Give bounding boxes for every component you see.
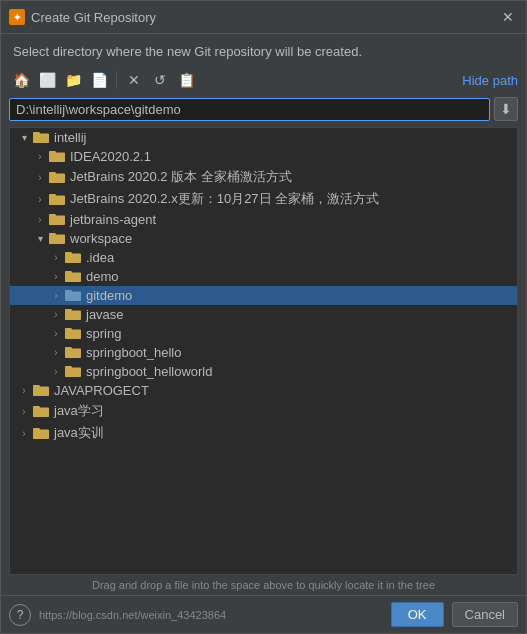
tree-item-label: spring [86,326,121,341]
folder-icon [65,308,81,321]
tree-item-label: javase [86,307,124,322]
folder-icon [65,289,81,302]
tree-item[interactable]: › java学习 [10,400,517,422]
expand-arrow[interactable]: › [50,252,62,263]
folder-icon [65,251,81,264]
new-folder-button[interactable]: 📁 [61,69,85,91]
file-button[interactable]: 📄 [87,69,111,91]
tree-item[interactable]: › IDEA2020.2.1 [10,147,517,166]
folder-icon [49,213,65,226]
folder-icon [65,327,81,340]
tree-item-label: demo [86,269,119,284]
expand-arrow[interactable]: › [34,194,46,205]
separator-1 [116,71,117,89]
folder-icon [33,384,49,397]
expand-arrow[interactable]: › [18,406,30,417]
folder-icon [49,150,65,163]
expand-arrow[interactable]: › [50,271,62,282]
tree-item-label: workspace [70,231,132,246]
expand-arrow[interactable]: › [34,172,46,183]
folder-icon [49,171,65,184]
expand-arrow[interactable]: ▾ [34,233,46,244]
hide-path-button[interactable]: Hide path [462,73,518,88]
tree-item-label: .idea [86,250,114,265]
expand-arrow[interactable]: › [50,366,62,377]
expand-arrow[interactable]: › [18,428,30,439]
tree-item-label: JAVAPROGECT [54,383,149,398]
folder-icon [49,193,65,206]
tree-item-label: JetBrains 2020.2 版本 全家桶激活方式 [70,168,292,186]
expand-arrow[interactable]: ▾ [18,132,30,143]
tree-item-label: intellij [54,130,87,145]
app-icon: ✦ [9,9,25,25]
expand-arrow[interactable]: › [34,214,46,225]
tree-item[interactable]: ▾ workspace [10,229,517,248]
bottom-bar: ? https://blog.csdn.net/weixin_43423864 … [1,595,526,633]
dialog-title: Create Git Repository [31,10,492,25]
tree-item[interactable]: › gitdemo [10,286,517,305]
folder-icon [33,427,49,440]
create-git-repo-dialog: ✦ Create Git Repository ✕ Select directo… [0,0,527,634]
title-bar: ✦ Create Git Repository ✕ [1,1,526,34]
expand-arrow[interactable]: › [50,328,62,339]
expand-arrow[interactable]: › [50,309,62,320]
description-text: Select directory where the new Git repos… [1,34,526,65]
tree-item-label: IDEA2020.2.1 [70,149,151,164]
path-input[interactable] [9,98,490,121]
tree-item[interactable]: › spring [10,324,517,343]
tree-item-label: java实训 [54,424,104,442]
tree-item-label: java学习 [54,402,104,420]
clipboard-button[interactable]: 📋 [174,69,198,91]
path-row: ⬇ [1,95,526,127]
path-download-button[interactable]: ⬇ [494,97,518,121]
folder-icon [65,270,81,283]
tree-item-label: springboot_hello [86,345,181,360]
tree-item-label: gitdemo [86,288,132,303]
cancel-button[interactable]: Cancel [452,602,518,627]
folder-icon [65,365,81,378]
tree-item[interactable]: › JetBrains 2020.2 版本 全家桶激活方式 [10,166,517,188]
drag-hint: Drag and drop a file into the space abov… [1,575,526,595]
tree-item[interactable]: › java实训 [10,422,517,444]
tree-item[interactable]: › javase [10,305,517,324]
refresh-button[interactable]: ↺ [148,69,172,91]
tree-item[interactable]: › JetBrains 2020.2.x更新：10月27日 全家桶，激活方式 [10,188,517,210]
expand-arrow[interactable]: › [50,347,62,358]
tree-item-label: springboot_helloworld [86,364,212,379]
folder-icon [33,405,49,418]
home-button[interactable]: 🏠 [9,69,33,91]
delete-button[interactable]: ✕ [122,69,146,91]
close-button[interactable]: ✕ [498,7,518,27]
tree-item[interactable]: › .idea [10,248,517,267]
tree-item[interactable]: ▾ intellij [10,128,517,147]
tree-item[interactable]: › JAVAPROGECT [10,381,517,400]
folder-icon [33,131,49,144]
tree-item[interactable]: › jetbrains-agent [10,210,517,229]
folder-icon [49,232,65,245]
expand-arrow[interactable]: › [34,151,46,162]
expand-arrow[interactable]: › [18,385,30,396]
tree-item-label: JetBrains 2020.2.x更新：10月27日 全家桶，激活方式 [70,190,379,208]
tree-item[interactable]: › springboot_helloworld [10,362,517,381]
tree-item[interactable]: › springboot_hello [10,343,517,362]
tree-item[interactable]: › demo [10,267,517,286]
ok-button[interactable]: OK [391,602,444,627]
expand-arrow[interactable]: › [50,290,62,301]
folder-icon [65,346,81,359]
url-text: https://blog.csdn.net/weixin_43423864 [39,609,383,621]
tree-item-label: jetbrains-agent [70,212,156,227]
desktop-button[interactable]: ⬜ [35,69,59,91]
toolbar: 🏠 ⬜ 📁 📄 ✕ ↺ 📋 Hide path [1,65,526,95]
file-tree[interactable]: ▾ intellij › IDEA2020.2.1 › JetBrains 20… [9,127,518,575]
help-button[interactable]: ? [9,604,31,626]
